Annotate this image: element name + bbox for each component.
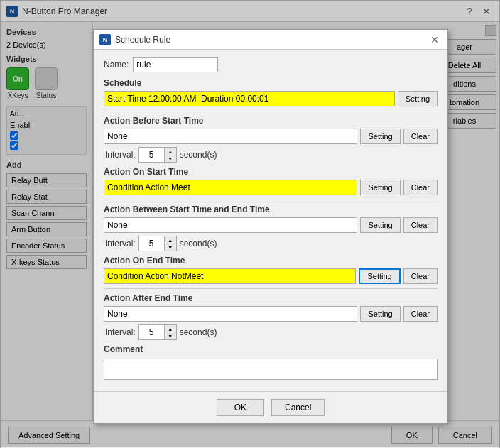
dialog-cancel-button[interactable]: Cancel [271, 399, 325, 416]
interval1-label: Interval: [105, 150, 136, 160]
interval1-up-arrow[interactable]: ▲ [165, 148, 176, 155]
action-on-end-setting-button[interactable]: Setting [359, 268, 400, 284]
dialog-ok-button[interactable]: OK [217, 399, 264, 416]
interval2-down-arrow[interactable]: ▼ [165, 244, 176, 251]
action-on-end-input[interactable] [104, 268, 356, 284]
interval2-up-arrow[interactable]: ▲ [165, 236, 176, 244]
divider-2 [104, 200, 438, 200]
dialog-title-bar: N Schedule Rule ✕ [94, 30, 447, 50]
schedule-row: Setting [104, 91, 438, 106]
action-between-header: Action Between Start Time and End Time [104, 204, 438, 214]
action-after-row: Setting Clear [104, 306, 438, 322]
dialog-title: Schedule Rule [115, 35, 428, 45]
interval2-unit: second(s) [180, 239, 217, 248]
schedule-setting-button[interactable]: Setting [398, 91, 438, 106]
action-before-header: Action Before Start Time [104, 116, 438, 126]
comment-input[interactable] [104, 359, 438, 380]
action-after-input[interactable] [104, 306, 357, 322]
interval1-row: Interval: ▲ ▼ second(s) [105, 147, 438, 163]
divider-3 [104, 288, 438, 289]
schedule-rule-dialog: N Schedule Rule ✕ Name: Schedule Setting [93, 29, 448, 424]
action-between-row: Setting Clear [104, 217, 438, 233]
interval1-arrows: ▲ ▼ [164, 147, 177, 163]
main-window: N N-Button Pro Manager ? ✕ Devices 2 Dev… [0, 0, 500, 448]
action-on-start-row: Setting Clear [104, 180, 438, 195]
dialog-icon: N [99, 34, 111, 45]
action-between-clear-button[interactable]: Clear [403, 217, 438, 233]
divider-1 [104, 111, 438, 111]
dialog-content: Name: Schedule Setting Action Before Sta… [94, 50, 447, 387]
interval2-spinner: ▲ ▼ [138, 236, 177, 251]
dialog-buttons: OK Cancel [94, 391, 447, 423]
dialog-close-button[interactable]: ✕ [428, 33, 442, 47]
action-on-start-header: Action On Start Time [104, 167, 438, 177]
action-between-setting-button[interactable]: Setting [360, 217, 400, 233]
action-after-setting-button[interactable]: Setting [360, 306, 400, 322]
action-before-setting-button[interactable]: Setting [360, 129, 400, 144]
interval1-spinner: ▲ ▼ [138, 147, 177, 163]
interval1-input[interactable] [138, 147, 164, 163]
interval1-down-arrow[interactable]: ▼ [165, 155, 176, 162]
action-on-end-row: Setting Clear [104, 268, 438, 284]
action-on-end-clear-button[interactable]: Clear [403, 268, 438, 284]
interval3-input[interactable] [138, 324, 164, 340]
action-before-row: Setting Clear [104, 129, 438, 144]
action-after-clear-button[interactable]: Clear [403, 306, 438, 322]
action-on-start-clear-button[interactable]: Clear [403, 180, 438, 195]
interval3-spinner: ▲ ▼ [138, 324, 177, 340]
interval3-unit: second(s) [180, 327, 217, 337]
schedule-input[interactable] [104, 91, 395, 106]
action-on-end-header: Action On End Time [104, 256, 438, 266]
action-before-input[interactable] [104, 129, 357, 144]
interval1-unit: second(s) [180, 150, 217, 160]
action-between-input[interactable] [104, 217, 357, 233]
action-after-header: Action After End Time [104, 293, 438, 303]
dialog-overlay: N Schedule Rule ✕ Name: Schedule Setting [1, 1, 499, 447]
comment-label: Comment [104, 344, 438, 354]
name-label: Name: [104, 60, 129, 70]
interval2-arrows: ▲ ▼ [164, 236, 177, 251]
name-input[interactable] [133, 57, 218, 72]
action-on-start-setting-button[interactable]: Setting [360, 180, 400, 195]
name-row: Name: [104, 57, 438, 72]
schedule-header: Schedule [104, 78, 438, 88]
interval3-label: Interval: [105, 327, 136, 337]
interval2-input[interactable] [138, 236, 164, 251]
interval3-arrows: ▲ ▼ [164, 324, 177, 340]
interval3-row: Interval: ▲ ▼ second(s) [105, 324, 438, 340]
interval3-down-arrow[interactable]: ▼ [165, 332, 176, 339]
action-before-clear-button[interactable]: Clear [403, 129, 438, 144]
interval3-up-arrow[interactable]: ▲ [165, 325, 176, 332]
action-on-start-input[interactable] [104, 180, 357, 195]
interval2-row: Interval: ▲ ▼ second(s) [105, 236, 438, 251]
interval2-label: Interval: [105, 239, 136, 248]
